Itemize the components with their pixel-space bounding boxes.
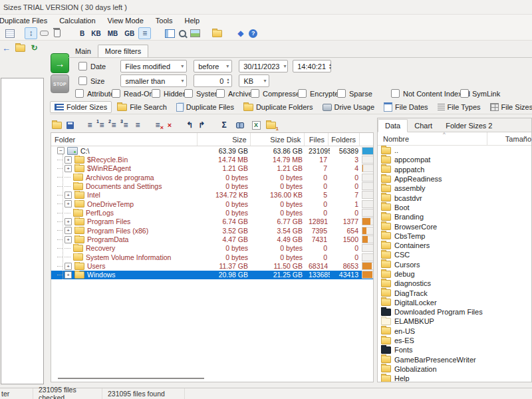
view-tab-duplicate-folders[interactable]: Duplicate Folders xyxy=(239,102,317,112)
table-row[interactable]: Archivos de programa0 bytes0 bytes00 xyxy=(51,173,373,182)
expand-toggle[interactable]: + xyxy=(65,271,72,279)
table-row[interactable]: +Program Files (x86)3.52 GB3.54 GB739565… xyxy=(51,226,373,235)
column-header-folders[interactable]: Folders xyxy=(329,133,360,146)
list-item[interactable]: CbsTemp xyxy=(378,231,531,241)
attribute-checkbox[interactable] xyxy=(460,89,469,98)
unit-gb-button[interactable]: GB xyxy=(122,29,137,39)
attribute-checkbox[interactable] xyxy=(152,89,160,98)
table-row[interactable]: +Users11.37 GB11.50 GB683148653 xyxy=(51,261,373,270)
attribute-checkbox[interactable] xyxy=(337,89,346,98)
table-row[interactable]: System Volume Information0 bytes0 bytes0… xyxy=(51,253,373,261)
menu-item-help[interactable]: Help xyxy=(178,15,205,26)
list-item[interactable]: es-ES xyxy=(378,336,531,345)
attribute-checkbox[interactable] xyxy=(112,89,120,98)
column-header-size[interactable]: Size xyxy=(198,133,251,146)
list-item[interactable]: Containers xyxy=(378,241,531,250)
save-icon[interactable] xyxy=(65,120,75,130)
back-icon[interactable]: ← xyxy=(1,43,12,53)
refresh-icon[interactable]: ↻ xyxy=(29,43,40,53)
view-tab-drive-usage[interactable]: Drive Usage xyxy=(319,102,379,112)
side-tab-data[interactable]: Data xyxy=(378,119,408,132)
collapse-branch-icon[interactable]: × xyxy=(164,120,175,130)
size-value-spinner[interactable]: 0 ▲▼ xyxy=(194,74,232,87)
size-unit-select[interactable]: KB▾ xyxy=(239,74,269,87)
view-tab-file-types[interactable]: File Types xyxy=(434,102,485,112)
side-tab-folder-sizes-2[interactable]: Folder Sizes 2 xyxy=(439,120,499,132)
table-row[interactable]: +Intel134.72 KB136.00 KB57 xyxy=(51,191,373,200)
menu-item-duplicate-files[interactable]: Duplicate Files xyxy=(0,15,53,26)
list-item[interactable]: GameBarPresenceWriter xyxy=(378,355,531,364)
unit-b-button[interactable]: B xyxy=(77,29,87,39)
expand-level3-icon[interactable]: 3≡ xyxy=(120,120,131,130)
column-header-files[interactable]: Files xyxy=(305,133,329,146)
list-item[interactable]: Downloaded Program Files xyxy=(378,307,531,317)
unit-mb-button[interactable]: MB xyxy=(105,29,121,39)
trash-icon[interactable] xyxy=(51,28,63,39)
panel-layout-icon[interactable] xyxy=(164,28,176,39)
table-row[interactable]: +$Recycle.Bin14.74 MB14.79 MB173 xyxy=(51,155,373,164)
list-item[interactable]: AppReadiness xyxy=(378,174,531,184)
expand-toggle[interactable]: + xyxy=(65,227,72,234)
time-spinner[interactable]: 14:40:21 ▲▼ xyxy=(293,60,331,72)
list-item[interactable]: Cursors xyxy=(378,260,531,269)
date-checkbox[interactable] xyxy=(78,62,87,70)
table-row[interactable]: +OneDriveTemp0 bytes0 bytes01 xyxy=(51,200,373,208)
expand-toggle[interactable]: + xyxy=(65,236,72,243)
collapse-toggle[interactable]: − xyxy=(57,147,65,154)
drive-tree-panel[interactable] xyxy=(1,78,44,384)
excel-export-icon[interactable]: X xyxy=(251,120,261,130)
sum-icon[interactable]: Σ xyxy=(219,120,229,130)
view-tab-duplicate-files[interactable]: Duplicate Files xyxy=(172,102,238,113)
list-item[interactable]: assembly xyxy=(378,184,531,193)
list-item[interactable]: apppatch xyxy=(378,165,531,174)
table-row[interactable]: −C:\63.39 GB63.86 GB23109556389 xyxy=(51,146,373,155)
image-icon[interactable] xyxy=(190,28,201,39)
column-header-tamano[interactable]: Tamaño xyxy=(487,135,531,143)
list-item[interactable]: diagnostics xyxy=(378,279,531,288)
view-tab-folder-sizes[interactable]: Folder Sizes xyxy=(50,101,112,113)
table-row[interactable]: +Windows20.98 GB21.25 GB13368543413 xyxy=(51,271,373,279)
folder-up-icon[interactable] xyxy=(16,43,27,53)
go-button[interactable]: → xyxy=(51,53,69,73)
collapse-all-icon[interactable]: ≡× xyxy=(152,120,163,130)
help-icon[interactable]: ? xyxy=(247,28,259,39)
table-row[interactable]: +ProgramData4.47 GB4.49 GB74311500 xyxy=(51,235,373,243)
attribute-checkbox[interactable] xyxy=(298,89,307,98)
table-row[interactable]: +$WinREAgent1.21 GB1.21 GB74 xyxy=(51,164,373,173)
expand-toggle[interactable]: + xyxy=(65,263,72,270)
list-item[interactable]: DiagTrack xyxy=(378,288,531,297)
list-item[interactable]: DigitalLocker xyxy=(378,298,531,307)
list-item[interactable]: Boot xyxy=(378,203,531,212)
list-item[interactable]: en-US xyxy=(378,327,531,336)
menu-item-calculation[interactable]: Calculation xyxy=(53,15,101,26)
expand-level1-icon[interactable]: 1≡ xyxy=(96,120,107,130)
attribute-checkbox[interactable] xyxy=(75,89,84,98)
list-item[interactable]: appcompat xyxy=(378,155,531,164)
horizontal-scrollbar-thumb[interactable] xyxy=(58,378,204,379)
column-header-size-disk[interactable]: Size Disk xyxy=(251,133,305,146)
view-tab-file-search[interactable]: File Search xyxy=(113,102,171,112)
list-item[interactable]: BrowserCore xyxy=(378,221,531,231)
capsule-icon[interactable] xyxy=(39,28,50,39)
expand-toggle[interactable]: + xyxy=(65,218,72,225)
open-folder-icon[interactable] xyxy=(53,120,63,130)
table-row[interactable]: PerfLogs0 bytes0 bytes00 xyxy=(51,208,373,217)
side-tab-chart[interactable]: Chart xyxy=(408,120,439,132)
menu-item-view-mode[interactable]: View Mode xyxy=(102,15,150,26)
size-operator-select[interactable]: smaller than▾ xyxy=(120,74,187,87)
list-item[interactable]: ELAMBKUP xyxy=(378,317,531,326)
undo-icon[interactable]: ↰ xyxy=(184,120,195,130)
attribute-checkbox[interactable] xyxy=(184,89,193,98)
list-item[interactable]: Help xyxy=(378,374,531,382)
table-row[interactable]: +Program Files6.74 GB6.77 GB128911377 xyxy=(51,217,373,226)
tab-more-filters[interactable]: More filters xyxy=(98,45,148,57)
list-item[interactable]: Globalization xyxy=(378,364,531,374)
list-item[interactable]: Fonts xyxy=(378,345,531,354)
attribute-checkbox[interactable] xyxy=(251,89,259,98)
expand-toggle[interactable]: + xyxy=(65,156,72,164)
expand-branch-icon[interactable]: ≡ xyxy=(132,120,143,130)
date-field-select[interactable]: Files modified▾ xyxy=(120,60,187,72)
tab-main[interactable]: Main xyxy=(68,45,98,57)
spin-buttons[interactable]: ▲▼ xyxy=(329,63,332,70)
redo-icon[interactable]: ↱ xyxy=(196,120,207,130)
